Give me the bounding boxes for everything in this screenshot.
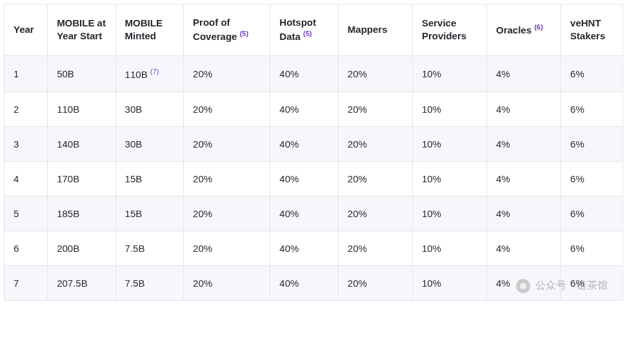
cell-poc: 20% bbox=[184, 55, 270, 91]
cell-start-value: 110B bbox=[57, 104, 79, 115]
cell-poc: 20% bbox=[184, 161, 270, 196]
cell-start: 200B bbox=[48, 231, 115, 265]
cell-poc-value: 20% bbox=[193, 243, 212, 254]
cell-data-value: 40% bbox=[279, 139, 299, 149]
cell-minted: 7.5B bbox=[115, 265, 183, 300]
cell-mappers-value: 20% bbox=[348, 173, 367, 184]
header-start: MOBILE at Year Start bbox=[48, 5, 115, 56]
cell-stakers: 6% bbox=[561, 126, 623, 161]
cell-poc-value: 20% bbox=[193, 173, 212, 184]
cell-service-providers: 10% bbox=[412, 91, 486, 126]
cell-poc: 20% bbox=[184, 91, 270, 126]
cell-service-providers-value: 10% bbox=[422, 104, 441, 115]
cell-minted: 15B bbox=[115, 196, 183, 231]
table-row: 4170B15B20%40%20%10%4%6% bbox=[5, 161, 623, 196]
cell-mappers: 20% bbox=[338, 231, 412, 265]
header-year: Year bbox=[5, 5, 48, 56]
cell-year-value: 6 bbox=[14, 243, 19, 254]
cell-oracles-value: 4% bbox=[496, 173, 510, 184]
cell-minted-value: 15B bbox=[125, 208, 143, 219]
table-body: 150B110B (7)20%40%20%10%4%6%2110B30B20%4… bbox=[5, 55, 623, 300]
header-hotspot-data: Hotspot Data (5) bbox=[270, 5, 338, 56]
cell-stakers-value: 6% bbox=[570, 243, 584, 254]
cell-mappers-value: 20% bbox=[348, 139, 367, 149]
cell-oracles: 4% bbox=[486, 91, 561, 126]
cell-minted: 30B bbox=[115, 126, 183, 161]
cell-stakers-value: 6% bbox=[570, 173, 584, 184]
cell-start: 140B bbox=[48, 126, 115, 161]
cell-year: 6 bbox=[5, 231, 48, 265]
cell-stakers: 6% bbox=[561, 265, 623, 300]
cell-oracles: 4% bbox=[486, 126, 561, 161]
cell-year: 1 bbox=[5, 55, 48, 91]
cell-start-value: 140B bbox=[57, 139, 79, 149]
cell-minted-value: 15B bbox=[125, 173, 143, 184]
cell-minted-value: 110B bbox=[125, 69, 150, 80]
footnote-ref-5b: (5) bbox=[303, 30, 312, 37]
cell-poc-value: 20% bbox=[193, 68, 212, 79]
cell-year-value: 2 bbox=[14, 104, 19, 115]
cell-service-providers-value: 10% bbox=[422, 68, 441, 79]
table-row: 3140B30B20%40%20%10%4%6% bbox=[5, 126, 623, 161]
cell-data: 40% bbox=[270, 126, 338, 161]
header-mappers: Mappers bbox=[338, 5, 412, 56]
cell-mappers-value: 20% bbox=[348, 104, 367, 115]
cell-poc: 20% bbox=[184, 196, 270, 231]
cell-service-providers: 10% bbox=[412, 231, 486, 265]
cell-poc: 20% bbox=[184, 126, 270, 161]
cell-year-value: 7 bbox=[14, 278, 19, 289]
cell-data-value: 40% bbox=[279, 208, 299, 219]
cell-poc-value: 20% bbox=[193, 278, 212, 289]
cell-poc: 20% bbox=[184, 231, 270, 265]
cell-mappers: 20% bbox=[338, 161, 412, 196]
cell-start: 207.5B bbox=[48, 265, 115, 300]
cell-start: 110B bbox=[48, 91, 115, 126]
table-row: 150B110B (7)20%40%20%10%4%6% bbox=[5, 55, 623, 91]
cell-stakers: 6% bbox=[561, 161, 623, 196]
mobile-emissions-table: Year MOBILE at Year Start MOBILE Minted … bbox=[4, 4, 623, 301]
cell-oracles: 4% bbox=[486, 196, 561, 231]
cell-stakers-value: 6% bbox=[570, 104, 584, 115]
cell-mappers: 20% bbox=[338, 91, 412, 126]
cell-data: 40% bbox=[270, 55, 338, 91]
table-row: 2110B30B20%40%20%10%4%6% bbox=[5, 91, 623, 126]
cell-stakers-value: 6% bbox=[570, 208, 584, 219]
cell-service-providers-value: 10% bbox=[422, 208, 441, 219]
cell-service-providers: 10% bbox=[412, 55, 486, 91]
cell-stakers: 6% bbox=[561, 91, 623, 126]
cell-oracles: 4% bbox=[486, 231, 561, 265]
cell-mappers-value: 20% bbox=[348, 243, 367, 254]
cell-data-value: 40% bbox=[279, 68, 299, 79]
cell-poc-value: 20% bbox=[193, 208, 212, 219]
cell-oracles: 4% bbox=[486, 161, 561, 196]
cell-service-providers: 10% bbox=[412, 265, 486, 300]
cell-service-providers: 10% bbox=[412, 161, 486, 196]
cell-data-value: 40% bbox=[279, 173, 299, 184]
cell-start-value: 200B bbox=[57, 243, 79, 254]
cell-minted-value: 30B bbox=[125, 104, 143, 115]
cell-stakers-value: 6% bbox=[570, 68, 584, 79]
cell-poc-value: 20% bbox=[193, 139, 212, 149]
cell-mappers: 20% bbox=[338, 55, 412, 91]
header-poc: Proof of Coverage (5) bbox=[184, 5, 270, 56]
cell-start-value: 207.5B bbox=[57, 278, 88, 289]
cell-minted-value: 7.5B bbox=[125, 243, 145, 254]
cell-oracles-value: 4% bbox=[496, 278, 510, 289]
cell-year-value: 5 bbox=[14, 208, 19, 219]
cell-service-providers: 10% bbox=[412, 126, 486, 161]
cell-data: 40% bbox=[270, 265, 338, 300]
footnote-ref-6: (6) bbox=[534, 23, 542, 31]
cell-year: 7 bbox=[5, 265, 48, 300]
cell-start: 50B bbox=[48, 55, 115, 91]
cell-service-providers-value: 10% bbox=[422, 173, 441, 184]
cell-year: 2 bbox=[5, 91, 48, 126]
cell-service-providers-value: 10% bbox=[422, 278, 441, 289]
cell-oracles: 4% bbox=[486, 55, 561, 91]
cell-mappers: 20% bbox=[338, 265, 412, 300]
table-header: Year MOBILE at Year Start MOBILE Minted … bbox=[5, 5, 623, 56]
table-row: 6200B7.5B20%40%20%10%4%6% bbox=[5, 231, 623, 265]
header-poc-text: Proof of Coverage bbox=[193, 17, 240, 42]
table-row: 5185B15B20%40%20%10%4%6% bbox=[5, 196, 623, 231]
cell-year: 3 bbox=[5, 126, 48, 161]
cell-data: 40% bbox=[270, 91, 338, 126]
